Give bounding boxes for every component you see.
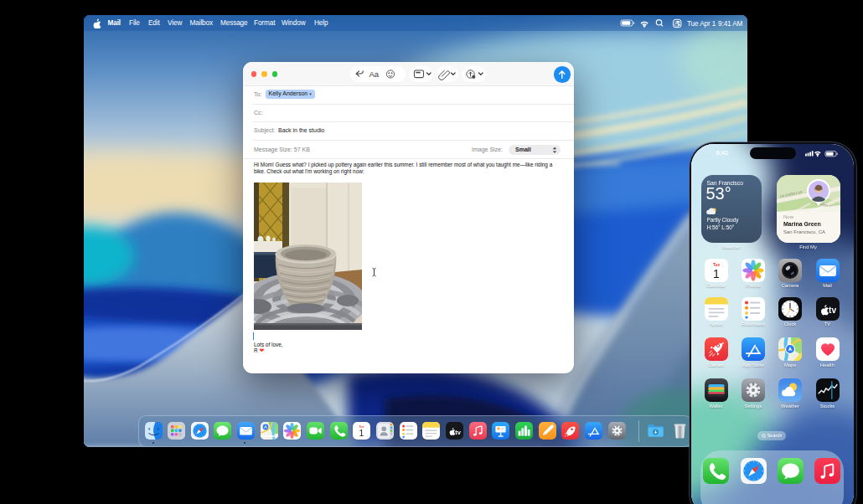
svg-text:9:41 AM: 9:41 AM	[718, 20, 743, 28]
svg-text:tv: tv	[455, 429, 461, 436]
svg-text:Now: Now	[783, 214, 794, 219]
svg-text:1: 1	[713, 266, 720, 280]
svg-text:tv: tv	[829, 306, 836, 315]
svg-text:Tue Apr 1: Tue Apr 1	[687, 20, 716, 28]
svg-text:A: A	[264, 424, 267, 429]
svg-text:Marina Green: Marina Green	[783, 221, 821, 227]
svg-text:San Francisco, CA: San Francisco, CA	[783, 229, 825, 234]
svg-text:1: 1	[359, 428, 364, 438]
svg-text:Aa: Aa	[369, 69, 380, 79]
